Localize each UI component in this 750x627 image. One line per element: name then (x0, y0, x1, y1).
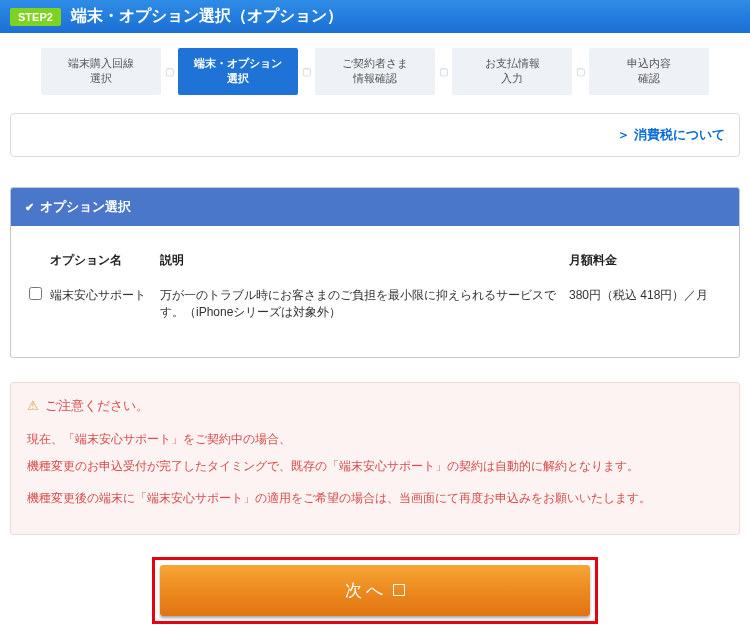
step-badge: STEP2 (10, 8, 61, 26)
option-desc: 万が一のトラブル時にお客さまのご負担を最小限に抑えられるサービスです。（iPho… (156, 277, 565, 331)
table-row: 端末安心サポート 万が一のトラブル時にお客さまのご負担を最小限に抑えられるサービ… (25, 277, 725, 331)
page-header: STEP2 端末・オプション選択（オプション） (0, 0, 750, 33)
arrow-icon (393, 584, 405, 596)
option-table: オプション名 説明 月額料金 端末安心サポート 万が一のトラブル時にお客さまのご… (25, 244, 725, 331)
panel-header: オプション選択 (11, 188, 739, 226)
col-price: 月額料金 (565, 244, 725, 277)
notice-line: 機種変更のお申込受付が完了したタイミングで、既存の「端末安心サポート」の契約は自… (27, 456, 723, 478)
notice-line: 現在、「端末安心サポート」をご契約中の場合、 (27, 429, 723, 451)
next-button-highlight: 次へ (152, 557, 598, 624)
option-name: 端末安心サポート (46, 277, 156, 331)
step-3: ご契約者さま 情報確認 (315, 48, 435, 95)
option-checkbox[interactable] (29, 287, 42, 300)
col-name: オプション名 (46, 244, 156, 277)
tax-link[interactable]: ＞ 消費税について (617, 127, 725, 142)
step-separator: ▢ (439, 66, 448, 77)
step-separator: ▢ (576, 66, 585, 77)
step-2: 端末・オプション 選択 (178, 48, 298, 95)
col-desc: 説明 (156, 244, 565, 277)
step-separator: ▢ (302, 66, 311, 77)
step-separator: ▢ (165, 66, 174, 77)
step-4: お支払情報 入力 (452, 48, 572, 95)
page-title: 端末・オプション選択（オプション） (71, 6, 343, 27)
info-box: ＞ 消費税について (10, 113, 740, 157)
notice-title: ご注意ください。 (27, 397, 723, 415)
panel-title: オプション選択 (40, 198, 131, 216)
option-panel: オプション選択 オプション名 説明 月額料金 端末安心サポート 万が一のト (10, 187, 740, 358)
next-button[interactable]: 次へ (160, 565, 590, 616)
option-price: 380円（税込 418円）／月 (565, 277, 725, 331)
col-checkbox (25, 244, 46, 277)
notice-line: 機種変更後の端末に「端末安心サポート」の適用をご希望の場合は、当画面にて再度お申… (27, 488, 723, 510)
notice-box: ご注意ください。 現在、「端末安心サポート」をご契約中の場合、 機種変更のお申込… (10, 382, 740, 535)
step-5: 申込内容 確認 (589, 48, 709, 95)
check-icon (25, 199, 34, 214)
progress-steps: 端末購入回線 選択 ▢ 端末・オプション 選択 ▢ ご契約者さま 情報確認 ▢ … (10, 48, 740, 95)
step-1: 端末購入回線 選択 (41, 48, 161, 95)
